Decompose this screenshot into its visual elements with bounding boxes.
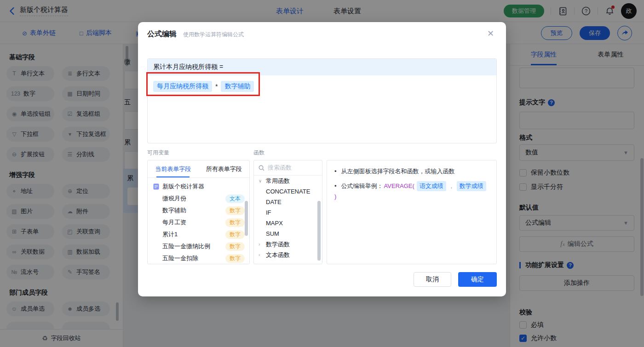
formula-editor-area[interactable]: 累计本月应纳税所得额 = 每月应纳税所得额 * 数字辅助 [147,58,497,143]
formula-target: 累计本月应纳税所得额 = [148,59,496,75]
formula-hints-panel: 从左侧面板选择字段名和函数，或输入函数 公式编辑举例： AVERAGE( 语文成… [327,160,497,264]
caret-right-icon: › [259,242,263,247]
variable-row[interactable]: 数字辅助数字 [148,205,249,216]
variable-type-badge: 数字 [225,230,245,239]
form-designer-app: 新版个税计算器 表单设计 表单设置 数据管理 ? 政 ⊘表单外链□后端脚本▣数据… [0,0,644,347]
functions-panel: 搜索函数 ∨常用函数CONCATENATEDATEIFMAPXSUM›数学函数›… [253,160,322,264]
field-chip[interactable]: 数字辅助 [221,81,254,92]
variable-label: 累计1 [162,230,225,239]
operator: * [215,83,218,90]
function-search-input[interactable]: 搜索函数 [254,160,322,176]
variables-panel: 当前表单字段 所有表单字段 新版个税计算器缴税月份文本数字辅助数字每月工资数字累… [147,160,250,264]
function-group-collapsed[interactable]: ›数学函数 [254,239,322,250]
variable-label: 缴税月份 [162,194,225,203]
variable-type-badge: 数字 [225,254,245,263]
variable-row[interactable]: 五险一金缴纳比例数字 [148,240,249,252]
search-placeholder: 搜索函数 [268,164,292,172]
formula-expression[interactable]: 每月应纳税所得额 * 数字辅助 [148,75,496,97]
variables-scrollbar[interactable] [245,201,248,236]
variable-row[interactable]: 累计1数字 [148,228,249,240]
variable-row[interactable]: 缴税月份文本 [148,193,249,205]
function-item[interactable]: CONCATENATE [254,186,322,197]
function-group-label: 数学函数 [266,240,290,249]
variables-label: 可用变量 [147,149,169,157]
example-field-chip: 数学成绩 [457,181,486,191]
variable-label: 数字辅助 [162,206,225,215]
function-item[interactable]: MAPX [254,218,322,228]
hint-line-1: 从左侧面板选择字段名和函数，或输入函数 [334,167,489,176]
form-doc-icon [153,183,159,190]
function-group-collapsed[interactable]: ›文本函数 [254,250,322,260]
variable-type-badge: 文本 [225,194,245,203]
function-group-expanded[interactable]: ∨常用函数 [254,176,322,186]
function-item[interactable]: DATE [254,197,322,207]
cancel-button[interactable]: 取消 [414,272,451,287]
function-item[interactable]: IF [254,207,322,218]
variable-row[interactable]: 五险一金扣除数字 [148,252,249,264]
functions-label: 函数 [253,149,264,157]
formula-editor-modal: 公式编辑 使用数学运算符编辑公式 ✕ 累计本月应纳税所得额 = 每月应纳税所得额… [138,22,506,296]
variable-label: 五险一金扣除 [162,254,225,262]
modal-title: 公式编辑 [147,29,177,39]
example-field-chip: 语文成绩 [417,181,446,191]
field-chip[interactable]: 每月应纳税所得额 [153,81,212,92]
function-group-label: 常用函数 [266,177,290,185]
variable-type-badge: 数字 [225,218,245,227]
variable-row[interactable]: 每月工资数字 [148,216,249,228]
variables-root-node[interactable]: 新版个税计算器 [148,181,249,193]
variables-root-label: 新版个税计算器 [162,182,245,191]
caret-down-icon: ∨ [259,178,263,183]
confirm-button[interactable]: 确定 [458,272,497,287]
variable-type-badge: 数字 [225,242,245,251]
modal-subtitle: 使用数学运算符编辑公式 [183,31,244,39]
function-group-label: 文本函数 [266,251,290,259]
variable-label: 五险一金缴纳比例 [162,242,225,250]
close-icon[interactable]: ✕ [487,29,494,38]
functions-scrollbar[interactable] [317,201,321,261]
caret-right-icon: › [259,252,263,257]
variable-label: 每月工资 [162,218,225,227]
tab-current-form-fields[interactable]: 当前表单字段 [148,160,199,177]
tab-all-form-fields[interactable]: 所有表单字段 [199,160,250,177]
function-item[interactable]: SUM [254,228,322,239]
variable-type-badge: 数字 [225,206,245,215]
search-icon [259,165,264,171]
hint-line-2: 公式编辑举例： AVERAGE( 语文成绩 ， 数学成绩 ) [334,181,489,201]
